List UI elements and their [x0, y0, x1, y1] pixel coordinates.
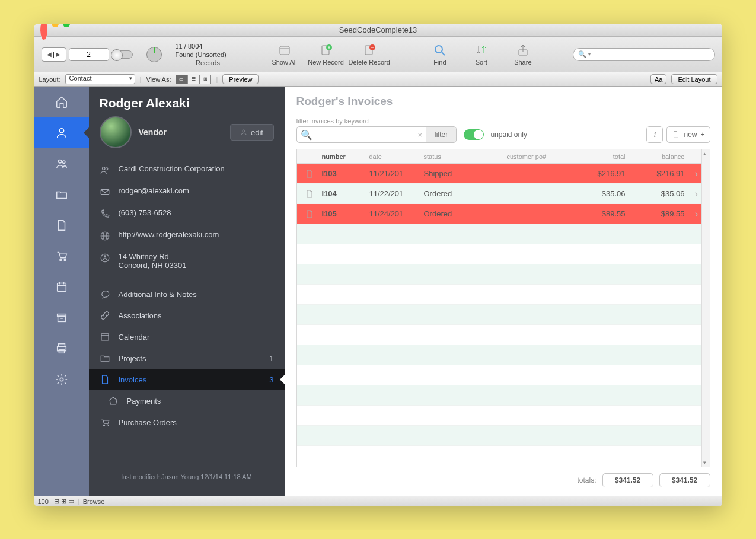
layout-label: Layout:: [39, 76, 60, 83]
new-record-button[interactable]: New Record: [307, 43, 345, 66]
record-slider[interactable]: [111, 50, 133, 59]
section-associations[interactable]: Associations: [100, 305, 274, 326]
section-calendar[interactable]: Calendar: [100, 326, 274, 347]
avatar: [100, 116, 132, 148]
totals-total: $341.52: [602, 473, 653, 487]
layout-icon[interactable]: ▭: [68, 497, 74, 505]
svg-point-24: [60, 378, 63, 381]
svg-rect-34: [101, 334, 109, 340]
nav-contacts[interactable]: [34, 148, 89, 179]
svg-point-10: [58, 160, 62, 164]
document-icon: [305, 169, 314, 178]
totals-balance: $341.52: [659, 473, 710, 487]
titlebar: SeedCodeComplete13: [34, 24, 722, 37]
clear-filter-icon[interactable]: ×: [414, 130, 426, 139]
table-header: number date status customer po# total ba…: [297, 149, 710, 164]
nav-home[interactable]: [34, 87, 89, 117]
nav-settings[interactable]: [34, 364, 89, 395]
svg-point-25: [243, 130, 245, 132]
find-button[interactable]: Find: [421, 43, 459, 66]
table-row[interactable]: I10411/22/201Ordered$35.06$35.06›: [297, 184, 710, 204]
web-row[interactable]: http://www.rodgeralexaki.com: [100, 225, 274, 247]
nav-contact[interactable]: [34, 117, 89, 148]
svg-point-26: [102, 167, 105, 170]
search-icon: 🔍: [297, 129, 316, 141]
sort-button[interactable]: Sort: [462, 43, 500, 66]
document-icon: [672, 130, 680, 139]
zoom-out-icon[interactable]: ⊟: [54, 497, 59, 505]
last-modified: last modified: Jason Young 12/1/14 11:18…: [100, 467, 274, 486]
svg-point-36: [103, 425, 104, 426]
contact-type: Vendor: [139, 127, 167, 137]
filter-input[interactable]: [316, 130, 414, 139]
filter-button[interactable]: filter: [426, 127, 455, 142]
found-status: Found (Unsorted): [176, 51, 227, 58]
section-purchase-orders[interactable]: Purchase Orders: [100, 412, 274, 433]
main-panel: Rodger's Invoices filter invoices by key…: [285, 87, 722, 496]
sidebar-nav: [34, 87, 89, 496]
nav-folder[interactable]: [34, 179, 89, 210]
show-all-button[interactable]: Show All: [266, 43, 304, 66]
nav-calendar[interactable]: [34, 272, 89, 302]
invoice-table: number date status customer po# total ba…: [296, 149, 710, 467]
totals-row: totals: $341.52 $341.52: [296, 473, 710, 487]
found-count: 11 / 8004: [176, 43, 203, 50]
nav-archive[interactable]: [34, 302, 89, 333]
search-icon: 🔍: [578, 50, 586, 58]
window-title: SeedCodeComplete13: [34, 25, 722, 34]
svg-point-12: [59, 259, 61, 261]
edit-button[interactable]: edit: [230, 124, 274, 141]
nav-print[interactable]: [34, 333, 89, 364]
layout-bar: Layout: Contact | View As: ▭☰⊞ | Preview…: [34, 72, 722, 87]
delete-record-button[interactable]: Delete Record: [349, 43, 390, 66]
email-row[interactable]: rodger@alexaki.com: [100, 181, 274, 203]
document-icon: [305, 209, 314, 219]
record-nav[interactable]: ◀|▶: [42, 47, 66, 62]
mode-label: Browse: [83, 498, 105, 505]
section-additional[interactable]: Additional Info & Notes: [100, 283, 274, 305]
records-label: Records: [196, 59, 220, 66]
svg-point-6: [435, 46, 442, 53]
document-icon: [305, 189, 314, 199]
layout-select[interactable]: Contact: [65, 74, 135, 84]
svg-marker-33: [103, 256, 106, 260]
section-payments[interactable]: Payments: [100, 390, 274, 412]
svg-point-13: [64, 259, 66, 261]
status-bar: 100⊟⊞▭ | Browse: [34, 496, 722, 506]
new-invoice-button[interactable]: new +: [666, 126, 710, 143]
scrollbar[interactable]: ▴▾: [701, 149, 710, 467]
found-pie-icon: [146, 47, 162, 62]
svg-rect-0: [280, 46, 289, 55]
plus-icon: +: [700, 130, 704, 139]
svg-line-7: [442, 52, 445, 55]
zoom-in-icon[interactable]: ⊞: [61, 497, 66, 505]
aa-button[interactable]: Aa: [650, 74, 666, 84]
filter-box: 🔍 × filter: [296, 126, 457, 143]
search-input[interactable]: 🔍 ▾: [573, 48, 715, 61]
section-invoices[interactable]: Invoices3: [89, 369, 285, 390]
zoom-value[interactable]: 100: [38, 498, 52, 505]
main-heading: Rodger's Invoices: [296, 95, 710, 108]
svg-rect-28: [101, 190, 109, 195]
filter-label: filter invoices by keyword: [296, 117, 710, 125]
svg-rect-14: [57, 283, 66, 292]
svg-point-27: [106, 168, 108, 170]
preview-button[interactable]: Preview: [222, 74, 259, 84]
section-projects[interactable]: Projects1: [100, 347, 274, 369]
view-mode-buttons[interactable]: ▭☰⊞: [176, 75, 211, 84]
address-row: 14 Whitney RdConcord, NH 03301: [100, 247, 274, 275]
nav-document[interactable]: [34, 210, 89, 241]
unpaid-toggle[interactable]: [464, 129, 484, 140]
svg-rect-23: [59, 350, 64, 353]
nav-cart[interactable]: [34, 241, 89, 272]
table-row[interactable]: I10511/24/201Ordered$89.55$89.55›: [297, 204, 710, 224]
table-row[interactable]: I10311/21/201Shipped$216.91$216.91›: [297, 164, 710, 184]
svg-point-11: [62, 161, 65, 164]
info-button[interactable]: i: [646, 126, 663, 143]
svg-point-9: [59, 129, 63, 133]
record-number[interactable]: 2: [69, 48, 109, 61]
svg-rect-19: [58, 316, 65, 321]
share-button[interactable]: Share: [504, 43, 542, 66]
phone-row[interactable]: (603) 753-6528: [100, 203, 274, 225]
edit-layout-button[interactable]: Edit Layout: [671, 74, 717, 84]
